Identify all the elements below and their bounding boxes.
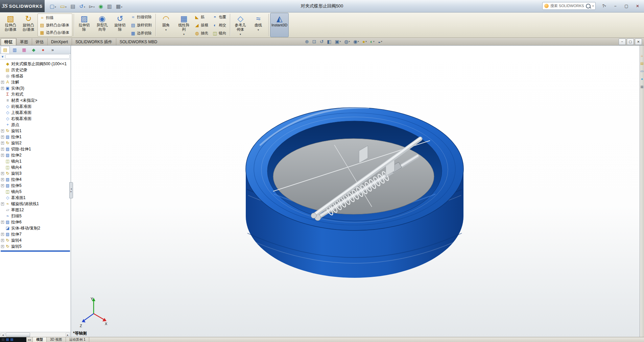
expand-icon[interactable]: + xyxy=(1,136,4,139)
tree-item-material[interactable]: ≡材质 <未指定> xyxy=(0,97,71,103)
help-button[interactable]: ?▾ xyxy=(599,2,609,10)
propertymanager-tab[interactable]: ▥ xyxy=(10,46,19,53)
dimxpertmanager-tab[interactable]: ◆ xyxy=(29,46,38,53)
expand-icon[interactable]: + xyxy=(1,178,4,181)
search-box[interactable]: 搜索 SOLIDWORKS 帮助 ▾ xyxy=(542,2,596,10)
doc-minimize-button[interactable]: − xyxy=(619,39,626,45)
resources-icon[interactable]: ⌂ xyxy=(641,54,643,57)
valve-disc[interactable] xyxy=(273,139,434,214)
taskbar-app-1[interactable] xyxy=(6,338,9,341)
rollback-bar[interactable] xyxy=(1,250,70,252)
tree-item-mirror4[interactable]: ◫镜向4 xyxy=(0,164,71,170)
minimize-button[interactable]: − xyxy=(610,2,620,10)
revolved-boss-base-button[interactable]: ↻旋转凸台/基体 xyxy=(20,13,37,37)
panel-overflow-tab[interactable]: » xyxy=(48,46,57,53)
boundary-cut-button[interactable]: ▦边界切除 xyxy=(129,29,154,37)
bottom-tab-motion-study-1[interactable]: 运动算例 1 xyxy=(66,337,89,342)
search-caret-icon[interactable]: ▾ xyxy=(592,4,594,8)
intersect-button[interactable]: ◐相交 xyxy=(211,21,229,29)
undo-button[interactable]: ↺▾ xyxy=(78,2,87,10)
doc-close-button[interactable]: ✕ xyxy=(635,39,642,45)
bottom-tab-model[interactable]: 模型 xyxy=(33,337,47,342)
hide-show-items-button[interactable]: ◉▾ xyxy=(352,38,360,45)
tab-addins[interactable]: SOLIDWORKS 插件 xyxy=(72,38,116,45)
tree-item-equations[interactable]: Σ方程式 xyxy=(0,91,71,97)
tree-item-annotations[interactable]: +A注解 xyxy=(0,79,71,85)
boundary-boss-base-button[interactable]: ▦边界凸台/基体 xyxy=(38,29,72,36)
model-canvas[interactable] xyxy=(71,45,640,337)
tree-item-extrude7[interactable]: +▧拉伸7 xyxy=(0,231,71,237)
tree-item-revolve2[interactable]: +↻旋转2 xyxy=(0,140,71,146)
sheet-nav-prev[interactable]: ◂ xyxy=(28,338,29,341)
lofted-cut-button[interactable]: ▤放样切割 xyxy=(129,21,154,29)
previous-view-button[interactable]: ↺ xyxy=(318,38,325,45)
expand-icon[interactable]: + xyxy=(1,129,4,132)
linear-pattern-button[interactable]: ▦线性阵列▼ xyxy=(175,13,193,37)
tree-item-extrude5[interactable]: +▧拉伸5 xyxy=(0,182,71,189)
tab-sketch[interactable]: 草图 xyxy=(16,38,32,45)
bottom-tab-3d-views[interactable]: 3D 视图 xyxy=(47,337,66,342)
tree-filter[interactable]: ▼ xyxy=(0,54,71,60)
tree-item-solid-bodies[interactable]: +▣实体(3) xyxy=(0,85,71,91)
curves-button[interactable]: ≈曲线▼ xyxy=(249,13,267,37)
taskbar-app-2[interactable] xyxy=(10,338,13,341)
view-settings-button[interactable]: ◒▾ xyxy=(377,38,383,45)
view-orientation-button[interactable]: ▣▾ xyxy=(334,38,342,45)
featuremanager-tab[interactable]: ▤ xyxy=(1,46,10,53)
zoom-area-button[interactable]: ⊡ xyxy=(311,38,317,45)
tab-evaluate[interactable]: 评估 xyxy=(32,38,47,45)
expand-icon[interactable]: + xyxy=(1,221,4,224)
tree-item-sensors[interactable]: ◎传感器 xyxy=(0,73,71,79)
tree-item-revolve4[interactable]: +↻旋转4 xyxy=(0,237,71,243)
tree-item-top-plane[interactable]: ◇上视基准面 xyxy=(0,109,71,116)
maximize-button[interactable]: ▢ xyxy=(621,2,631,10)
zoom-fit-button[interactable]: ⊕ xyxy=(304,38,310,45)
tree-item-extrude4[interactable]: +▧拉伸4 xyxy=(0,176,71,182)
tree-item-extrude6[interactable]: +▧拉伸6 xyxy=(0,219,71,225)
lofted-boss-base-button[interactable]: ▤放样凸台/基体 xyxy=(38,21,72,29)
tree-item-origin[interactable]: +原点 xyxy=(0,122,71,128)
expand-icon[interactable]: + xyxy=(1,233,4,236)
custom-properties-icon[interactable]: ▦ xyxy=(640,85,643,89)
panel-splitter[interactable]: ◂▸ xyxy=(69,182,73,198)
rebuild-button[interactable]: ◉ xyxy=(97,2,105,10)
scrollbar-thumb[interactable] xyxy=(6,333,30,337)
print-button[interactable]: ▤ xyxy=(69,2,77,10)
expand-icon[interactable]: + xyxy=(1,239,4,242)
taskbar-app-0[interactable] xyxy=(2,338,4,341)
options-button[interactable]: ▦▾ xyxy=(114,2,124,10)
tree-item-revolve1[interactable]: +↻旋转1 xyxy=(0,128,71,134)
search-input[interactable]: 搜索 SOLIDWORKS 帮助 xyxy=(550,3,584,8)
configurationmanager-tab[interactable]: ▦ xyxy=(20,46,29,53)
reference-geometry-button[interactable]: ◇参考几何体▼ xyxy=(232,13,249,37)
expand-icon[interactable]: + xyxy=(1,172,4,175)
tree-item-mirror5[interactable]: ◫镜向5 xyxy=(0,189,71,195)
expand-icon[interactable]: + xyxy=(1,87,4,90)
tree-item-revolve3[interactable]: +↻旋转3 xyxy=(0,170,71,176)
swept-cut-button[interactable]: ≈扫描切除 xyxy=(129,13,154,21)
tree-item-front-plane[interactable]: ◇前视基准面 xyxy=(0,103,71,109)
tree-item-helix1[interactable]: +≈螺旋线/涡状线1 xyxy=(0,201,71,207)
shell-button[interactable]: ◍抽壳 xyxy=(193,29,211,37)
apply-scene-button[interactable]: ◐▾ xyxy=(369,38,376,45)
instant3d-button[interactable]: ◭Instant3D xyxy=(270,13,289,37)
tree-item-right-plane[interactable]: ◇右视基准面 xyxy=(0,116,71,122)
section-view-button[interactable]: ◧ xyxy=(326,38,332,45)
tree-root-item[interactable]: ◆对夹式蝶形止回阀500 (100<<1 xyxy=(0,61,71,67)
fillet-button[interactable]: ◠圆角▼ xyxy=(157,13,175,37)
tree-item-move-copy2[interactable]: ◪实体-移动/复制2 xyxy=(0,225,71,231)
open-document-button[interactable]: ▭▾ xyxy=(58,2,68,10)
extruded-boss-base-button[interactable]: ▧拉伸凸台/基体 xyxy=(2,13,19,37)
revolved-cut-button[interactable]: ↺旋转切除 xyxy=(111,13,129,37)
tab-dimxpert[interactable]: DimXpert xyxy=(47,38,72,45)
tree-item-history[interactable]: ▤历史记录 xyxy=(0,67,71,73)
expand-icon[interactable]: + xyxy=(1,81,4,84)
edit-appearance-button[interactable]: ●▾ xyxy=(361,38,368,45)
draft-button[interactable]: ◢拔模 xyxy=(193,21,211,29)
graphics-viewport[interactable]: Y X Z *等轴测 xyxy=(71,45,640,337)
tree-item-plane1[interactable]: ◇基准面1 xyxy=(0,195,71,201)
new-document-button[interactable]: ▢▾ xyxy=(48,2,58,10)
expand-icon[interactable]: + xyxy=(1,184,4,187)
extruded-cut-button[interactable]: ▨拉伸切除 xyxy=(75,13,93,37)
panel-horizontal-scrollbar[interactable]: ◂ ▸ xyxy=(0,332,71,337)
